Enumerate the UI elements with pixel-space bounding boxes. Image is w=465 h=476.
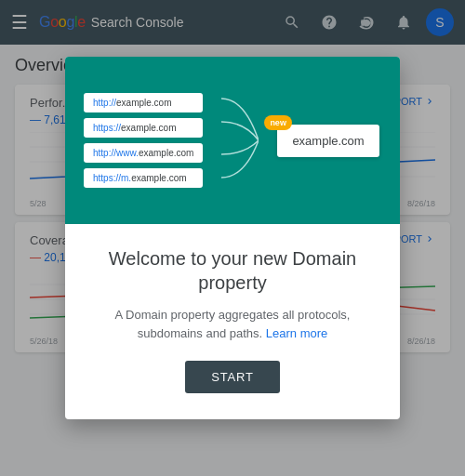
url-box-3: http://www.example.com xyxy=(84,143,203,163)
url-box-4: https://m.example.com xyxy=(84,168,203,188)
url-box-2: https://example.com xyxy=(84,118,203,138)
arrows-svg xyxy=(221,85,259,196)
modal-body: Welcome to your new Domain property A Do… xyxy=(65,224,400,419)
url-boxes: http://example.com https://example.com h… xyxy=(84,93,203,188)
domain-box-container: new example.com xyxy=(277,125,379,157)
new-badge: new xyxy=(264,115,292,130)
learn-more-link[interactable]: Learn more xyxy=(266,326,327,340)
modal-illustration: http://example.com https://example.com h… xyxy=(65,57,400,224)
url-box-1: http://example.com xyxy=(84,93,203,112)
modal-title: Welcome to your new Domain property xyxy=(95,246,370,295)
start-button[interactable]: START xyxy=(185,361,279,393)
domain-illustration: http://example.com https://example.com h… xyxy=(65,85,400,196)
modal-description: A Domain property aggregates all protoco… xyxy=(95,306,370,342)
modal-overlay: http://example.com https://example.com h… xyxy=(0,0,465,476)
modal: http://example.com https://example.com h… xyxy=(65,57,400,419)
domain-box: example.com xyxy=(277,125,379,157)
